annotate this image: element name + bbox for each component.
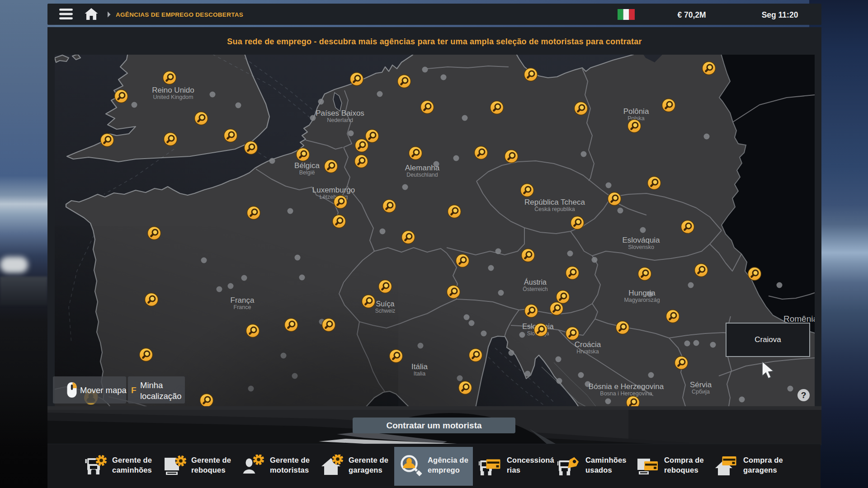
- svg-text:Reino Unido: Reino Unido: [152, 86, 194, 94]
- svg-text:Suíça: Suíça: [376, 300, 395, 308]
- svg-text:Nederland: Nederland: [327, 117, 353, 123]
- svg-text:Luxemburgo: Luxemburgo: [312, 186, 355, 194]
- svg-text:Alemanha: Alemanha: [405, 164, 440, 172]
- svg-text:Áustria: Áustria: [524, 278, 547, 286]
- svg-text:Schweiz: Schweiz: [375, 308, 396, 314]
- svg-text:Magyarország: Magyarország: [624, 297, 660, 303]
- svg-text:Bélgica: Bélgica: [294, 161, 320, 170]
- svg-text:França: França: [231, 296, 255, 305]
- svg-text:Croácia: Croácia: [575, 340, 601, 349]
- svg-text:Bosna i Hercegovina: Bosna i Hercegovina: [600, 390, 652, 397]
- svg-text:Eslováquia: Eslováquia: [622, 236, 660, 244]
- svg-text:Србија: Србија: [692, 389, 710, 395]
- svg-text:Países Baixos: Países Baixos: [316, 109, 364, 117]
- svg-text:República Tcheca: República Tcheca: [524, 198, 585, 206]
- svg-text:Polônia: Polônia: [623, 107, 649, 116]
- svg-text:France: France: [234, 304, 251, 310]
- svg-text:Hungria: Hungria: [628, 289, 656, 297]
- svg-text:Deutschland: Deutschland: [406, 172, 438, 178]
- svg-text:Hrvatska: Hrvatska: [576, 348, 599, 355]
- svg-text:Itália: Itália: [411, 362, 428, 371]
- svg-text:Österreich: Österreich: [523, 286, 547, 292]
- svg-text:Česká republika: Česká republika: [534, 206, 575, 212]
- svg-text:Bósnia e Herzegovina: Bósnia e Herzegovina: [589, 382, 664, 391]
- svg-text:Sérvia: Sérvia: [690, 380, 712, 389]
- svg-text:België: België: [299, 169, 315, 176]
- svg-text:Romênia: Romênia: [783, 314, 815, 324]
- svg-text:United Kingdom: United Kingdom: [153, 94, 193, 100]
- svg-text:Italia: Italia: [414, 371, 425, 377]
- svg-text:Slovensko: Slovensko: [628, 244, 654, 250]
